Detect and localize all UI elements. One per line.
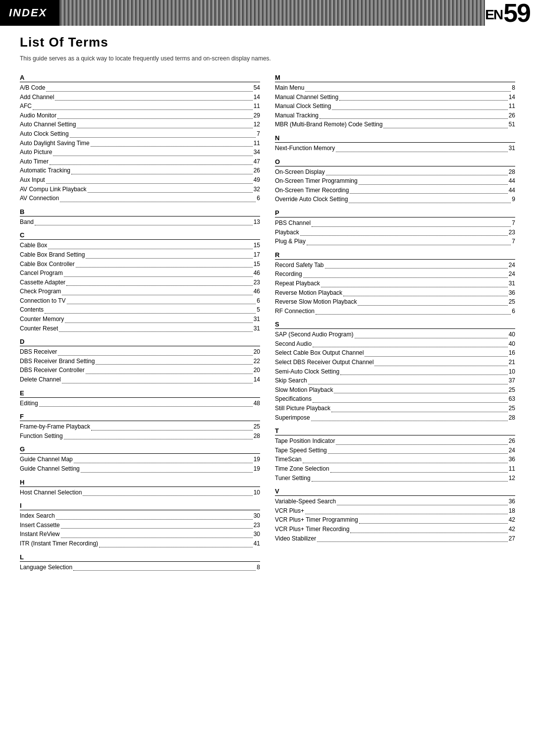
entry-dots xyxy=(328,453,508,454)
entry-label: MBR (Multi-Brand Remote) Code Setting xyxy=(275,120,382,129)
entry-page: 31 xyxy=(509,144,515,153)
section-c: C xyxy=(20,231,260,240)
entry-label: Tuner Setting xyxy=(275,474,311,483)
entry-page: 5 xyxy=(257,305,260,315)
entry-dots xyxy=(67,304,256,304)
list-item: A/B Code54 xyxy=(20,83,260,93)
entry-page: 11 xyxy=(509,464,515,474)
list-item: Reverse Slow Motion Playback25 xyxy=(275,297,515,307)
entry-page: 8 xyxy=(512,83,515,93)
entry-dots xyxy=(99,547,253,547)
entry-label: Instant ReView xyxy=(20,530,60,539)
list-item: DBS Receiver Controller20 xyxy=(20,366,260,375)
entry-page: 8 xyxy=(257,563,260,572)
entry-label: Repeat Playback xyxy=(275,279,320,288)
section-p: P xyxy=(275,209,515,217)
entry-page: 40 xyxy=(509,339,515,349)
entry-page: 46 xyxy=(254,269,260,278)
entry-dots xyxy=(350,533,507,533)
entry-page: 24 xyxy=(509,261,515,270)
entry-page: 15 xyxy=(254,260,260,269)
entry-label: Auto Picture xyxy=(20,148,52,157)
entry-label: Frame-by-Frame Playback xyxy=(20,422,90,432)
list-item: DBS Receiver20 xyxy=(20,347,260,357)
entry-dots xyxy=(317,541,507,542)
entry-dots xyxy=(359,184,508,185)
list-item: Override Auto Clock Setting9 xyxy=(275,195,515,204)
list-item: Semi-Auto Clock Setting10 xyxy=(275,367,515,377)
entry-dots xyxy=(55,100,252,101)
list-item: SAP (Second Audio Program)40 xyxy=(275,330,515,339)
entry-page: 51 xyxy=(509,120,515,129)
entry-label: Auto Timer xyxy=(20,157,49,166)
entry-label: DBS Receiver xyxy=(20,347,57,357)
entry-label: Contents xyxy=(20,305,44,315)
entry-page: 15 xyxy=(254,241,260,250)
entry-label: AFC xyxy=(20,102,32,111)
entry-dots xyxy=(332,109,507,110)
list-item: Audio Monitor29 xyxy=(20,111,260,120)
entry-page: 31 xyxy=(509,279,515,288)
list-item: ITR (Instant Timer Recording)41 xyxy=(20,539,260,548)
entry-label: Cancel Program xyxy=(20,269,63,278)
entry-page: 6 xyxy=(257,296,260,306)
section-e: E xyxy=(20,389,260,398)
list-item: Time Zone Selection11 xyxy=(275,464,515,474)
entry-page: 12 xyxy=(509,474,515,483)
right-column: MMain Menu8Manual Channel Setting14Manua… xyxy=(275,74,515,572)
entry-dots xyxy=(300,235,508,236)
entry-dots xyxy=(70,137,256,138)
list-item: Guide Channel Setting19 xyxy=(20,464,260,474)
entry-label: SAP (Second Audio Program) xyxy=(275,330,354,339)
header-stripe xyxy=(59,0,485,26)
list-item: Host Channel Selection10 xyxy=(20,488,260,497)
entry-label: Time Zone Selection xyxy=(275,464,329,474)
entry-page: 25 xyxy=(509,404,515,413)
list-item: Skip Search37 xyxy=(275,376,515,385)
list-item: Delete Channel14 xyxy=(20,375,260,384)
entry-dots xyxy=(316,314,511,315)
entry-label: Still Picture Playback xyxy=(275,404,330,413)
entry-page: 28 xyxy=(254,432,260,441)
entry-label: Skip Search xyxy=(275,376,307,385)
entry-page: 7 xyxy=(512,237,515,246)
entry-page: 44 xyxy=(509,186,515,195)
entry-label: Override Auto Clock Setting xyxy=(275,195,348,204)
entry-page: 46 xyxy=(254,287,260,296)
entry-page: 7 xyxy=(257,129,260,139)
entry-page: 31 xyxy=(254,315,260,324)
entry-label: On-Screen Timer Programming xyxy=(275,176,358,186)
list-item: Recording24 xyxy=(275,270,515,279)
entry-dots xyxy=(53,156,252,156)
entry-label: VCR Plus+ Timer Recording xyxy=(275,525,349,534)
entry-dots xyxy=(60,202,256,202)
section-r: R xyxy=(275,251,515,260)
entry-page: 7 xyxy=(512,218,515,228)
page-number: 59 xyxy=(503,0,530,28)
entry-label: AV Compu Link Playback xyxy=(20,185,87,194)
index-columns: AA/B Code54Add Channel14AFC11Audio Monit… xyxy=(20,74,515,572)
entry-dots xyxy=(383,128,507,128)
entry-label: Variable-Speed Search xyxy=(275,497,336,506)
entry-page: 29 xyxy=(254,111,260,120)
entry-label: Automatic Tracking xyxy=(20,166,70,175)
entry-label: Cable Box xyxy=(20,241,47,250)
entry-label: Manual Clock Setting xyxy=(275,102,331,111)
list-item: PBS Channel7 xyxy=(275,218,515,228)
entry-dots xyxy=(71,174,253,174)
list-item: On-Screen Timer Recording44 xyxy=(275,186,515,195)
entry-dots xyxy=(86,258,252,259)
entry-page: 42 xyxy=(509,525,515,534)
entry-dots xyxy=(308,384,508,384)
entry-page: 63 xyxy=(509,394,515,404)
entry-label: Second Audio xyxy=(275,339,312,349)
entry-dots xyxy=(305,91,511,92)
entry-dots xyxy=(59,331,252,332)
list-item: Slow Motion Playback25 xyxy=(275,385,515,395)
entry-label: Auto Clock Setting xyxy=(20,129,69,139)
entry-dots xyxy=(35,225,253,225)
entry-page: 17 xyxy=(254,250,260,260)
entry-label: ITR (Instant Timer Recording) xyxy=(20,539,98,548)
entry-page: 14 xyxy=(254,375,260,384)
entry-label: Manual Channel Setting xyxy=(275,93,338,102)
